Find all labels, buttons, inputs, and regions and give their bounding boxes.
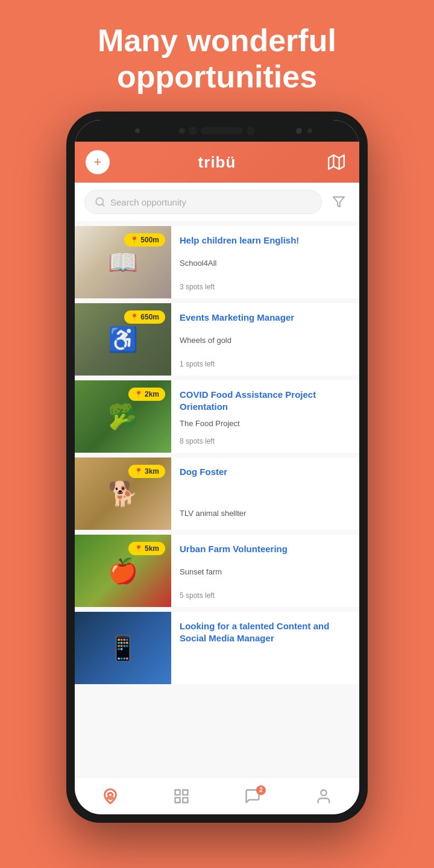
add-button[interactable]: + — [86, 150, 110, 174]
messages-badge: 2 — [256, 785, 266, 795]
distance-badge: 📍 2km — [128, 388, 165, 401]
notch-camera-left — [135, 128, 140, 133]
opp-title: COVID Food Assistance Project Orientatio… — [180, 389, 351, 412]
notch-camera-right — [296, 128, 302, 134]
opp-info: Events Marketing Manager Wheels of gold … — [171, 303, 359, 376]
opp-spots: 3 spots left — [180, 283, 351, 291]
opp-info: Urban Farm Volunteering Sunset farm 5 sp… — [171, 535, 359, 607]
opp-image: 📍 2km — [75, 380, 171, 453]
opp-org: School4All — [180, 259, 351, 268]
phone-shell: + tribü Search opportuni — [66, 112, 368, 823]
opp-card-2[interactable]: 📍 650m Events Marketing Manager Wheels o… — [75, 303, 359, 376]
svg-line-4 — [102, 204, 104, 206]
opp-image: 📍 500m — [75, 226, 171, 298]
opp-card-3[interactable]: 📍 2km COVID Food Assistance Project Orie… — [75, 380, 359, 453]
feed-icon — [173, 788, 190, 805]
nav-profile[interactable] — [303, 783, 344, 810]
pin-icon: 📍 — [130, 236, 139, 244]
opp-info: Dog Foster TLV animal shellter — [171, 458, 359, 530]
opp-spots: 8 spots left — [180, 437, 351, 445]
opp-info: COVID Food Assistance Project Orientatio… — [171, 380, 359, 453]
map-icon — [328, 154, 345, 171]
opp-title: Looking for a talented Content and Socia… — [180, 620, 351, 644]
opp-title: Help children learn English! — [180, 234, 351, 247]
opp-title: Dog Foster — [180, 466, 351, 478]
nav-home[interactable] — [90, 783, 131, 810]
notch-sensors — [179, 127, 255, 135]
svg-rect-11 — [183, 790, 187, 794]
home-icon — [102, 788, 119, 805]
opp-org: Sunset farm — [180, 567, 351, 576]
app-header: + tribü — [75, 142, 359, 183]
opp-title: Urban Farm Volunteering — [180, 543, 351, 555]
notch-dot-1 — [179, 128, 185, 134]
opp-card-5[interactable]: 📍 5km Urban Farm Volunteering Sunset far… — [75, 535, 359, 607]
opp-org: Wheels of gold — [180, 336, 351, 345]
notch-camera-right-2 — [307, 128, 312, 133]
filter-icon — [332, 195, 345, 209]
opp-card-6[interactable]: Looking for a talented Content and Socia… — [75, 612, 359, 684]
opp-card-1[interactable]: 📍 500m Help children learn English! Scho… — [75, 226, 359, 298]
search-bar-container: Search opportunity — [75, 183, 359, 221]
svg-rect-12 — [175, 797, 180, 802]
opp-image: 📍 3km — [75, 458, 171, 530]
phone-screen: + tribü Search opportuni — [75, 120, 359, 814]
opp-image: 📍 5km — [75, 535, 171, 607]
opp-org: TLV animal shellter — [180, 509, 351, 518]
opp-info: Help children learn English! School4All … — [171, 226, 359, 298]
opp-info: Looking for a talented Content and Socia… — [171, 612, 359, 684]
page-title: Many wonderful opportunities — [36, 23, 398, 95]
notch-pill — [201, 127, 243, 134]
app-logo: tribü — [198, 153, 236, 172]
opp-card-4[interactable]: 📍 3km Dog Foster TLV animal shellter — [75, 458, 359, 530]
filter-button[interactable] — [328, 191, 350, 213]
opp-spots: 1 spots left — [180, 360, 351, 368]
svg-rect-13 — [183, 797, 187, 802]
map-button[interactable] — [324, 150, 348, 174]
search-input-wrapper[interactable]: Search opportunity — [84, 190, 322, 214]
opp-title: Events Marketing Manager — [180, 312, 351, 324]
pin-icon: 📍 — [134, 391, 143, 398]
svg-point-14 — [321, 790, 326, 795]
opp-image: 📍 650m — [75, 303, 171, 376]
svg-rect-10 — [175, 790, 180, 794]
notch-dot-3 — [247, 127, 255, 135]
opp-org: The Food Project — [180, 419, 351, 428]
pin-icon: 📍 — [130, 313, 139, 321]
bottom-nav: 2 — [75, 777, 359, 814]
opp-image — [75, 612, 171, 684]
search-icon — [95, 197, 105, 207]
search-placeholder: Search opportunity — [110, 197, 186, 207]
distance-badge: 📍 5km — [128, 542, 165, 555]
nav-messages[interactable]: 2 — [232, 783, 273, 810]
opp-spots: 5 spots left — [180, 591, 351, 600]
distance-badge: 📍 3km — [128, 465, 165, 478]
profile-icon — [315, 788, 332, 805]
app-content: Search opportunity 📍 500m Help children … — [75, 183, 359, 777]
svg-marker-5 — [333, 197, 344, 207]
pin-icon: 📍 — [134, 468, 143, 476]
distance-badge: 📍 650m — [124, 310, 165, 324]
page-title-area: Many wonderful opportunities — [0, 0, 434, 107]
nav-feed[interactable] — [161, 783, 202, 810]
opportunities-list: 📍 500m Help children learn English! Scho… — [75, 221, 359, 694]
notch-dot-2 — [189, 127, 197, 135]
distance-badge: 📍 500m — [124, 233, 165, 247]
svg-marker-0 — [329, 155, 344, 169]
pin-icon: 📍 — [134, 545, 143, 553]
phone-notch — [75, 120, 359, 142]
